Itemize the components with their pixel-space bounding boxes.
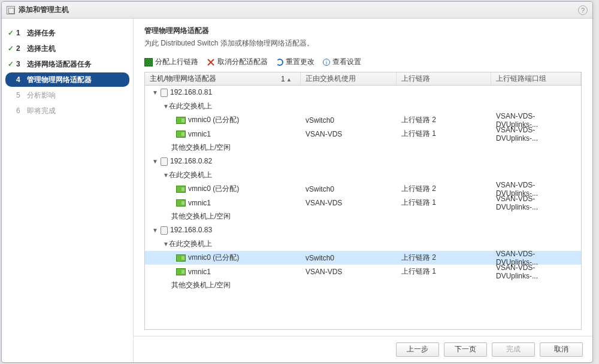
expand-toggle[interactable]: ▼: [152, 158, 158, 165]
view-settings-button[interactable]: 查看设置: [323, 57, 361, 67]
step-label: 分析影响: [27, 90, 56, 101]
page-heading: 管理物理网络适配器: [144, 26, 582, 36]
button-bar: 上一步 下一页 完成 取消: [134, 336, 592, 362]
nic-row[interactable]: vmnic1VSAN-VDS上行链路 1VSAN-VDS-DVUplinks-.…: [145, 127, 581, 141]
info-icon: [323, 59, 330, 66]
col-used-by[interactable]: 正由交换机使用: [301, 72, 397, 85]
step-label: 选择主机: [27, 44, 56, 54]
cancel-icon: [207, 58, 215, 66]
host-row[interactable]: ▼192.168.0.83: [145, 223, 581, 237]
host-icon: [161, 226, 168, 235]
grid-body: ▼192.168.0.81▼在此交换机上vmnic0 (已分配)vSwitch0…: [145, 86, 581, 329]
toolbar: 分配上行链路 取消分配适配器 重置更改 查看设置: [134, 52, 592, 72]
assign-icon: [144, 58, 153, 66]
app-icon: [7, 6, 15, 14]
next-button[interactable]: 下一页: [444, 342, 487, 357]
titlebar: 添加和管理主机 ?: [2, 2, 592, 19]
other-idle-row[interactable]: 其他交换机上/空闲: [145, 278, 581, 292]
expand-toggle[interactable]: ▼: [152, 227, 158, 233]
nic-row[interactable]: vmnic1VSAN-VDS上行链路 1VSAN-VDS-DVUplinks-.…: [145, 265, 581, 278]
assign-label: 分配上行链路: [155, 57, 198, 67]
assign-uplink-button[interactable]: 分配上行链路: [144, 57, 198, 67]
wizard-step-5: 5分析影响: [5, 88, 129, 102]
wizard-step-3[interactable]: ✓3选择网络适配器任务: [5, 57, 129, 71]
step-label: 选择网络适配器任务: [27, 59, 92, 69]
nic-icon: [176, 117, 186, 124]
expand-toggle[interactable]: ▼: [163, 241, 169, 247]
col-host-adapter[interactable]: 主机/物理网络适配器 1 ▲: [145, 72, 301, 85]
host-row[interactable]: ▼192.168.0.82: [145, 154, 581, 168]
nic-icon: [176, 199, 186, 207]
dialog-title: 添加和管理主机: [19, 5, 69, 15]
other-idle-row[interactable]: 其他交换机上/空闲: [145, 141, 581, 154]
unassign-adapter-button[interactable]: 取消分配适配器: [207, 57, 268, 67]
check-icon: ✓: [8, 60, 16, 68]
expand-toggle[interactable]: ▼: [152, 89, 158, 96]
view-label: 查看设置: [332, 57, 361, 67]
back-button[interactable]: 上一步: [396, 342, 439, 357]
finish-button: 完成: [492, 342, 535, 357]
host-icon: [161, 89, 168, 97]
step-label: 即将完成: [27, 106, 56, 116]
grid-header: 主机/物理网络适配器 1 ▲ 正由交换机使用 上行链路 上行链路端口组: [145, 72, 581, 86]
other-idle-row[interactable]: 其他交换机上/空闲: [145, 210, 581, 223]
cancel-button[interactable]: 取消: [540, 342, 583, 357]
sort-indicator: 1 ▲: [281, 75, 292, 83]
nic-icon: [176, 254, 186, 262]
adapter-grid: 主机/物理网络适配器 1 ▲ 正由交换机使用 上行链路 上行链路端口组 ▼192…: [144, 72, 582, 330]
host-icon: [161, 157, 168, 166]
check-icon: ✓: [8, 44, 16, 53]
check-icon: ✓: [8, 29, 16, 37]
wizard-dialog: 添加和管理主机 ? ✓1选择任务✓2选择主机✓3选择网络适配器任务4管理物理网络…: [1, 1, 593, 363]
dialog-body: ✓1选择任务✓2选择主机✓3选择网络适配器任务4管理物理网络适配器5分析影响6即…: [2, 19, 592, 362]
nic-icon: [176, 131, 186, 138]
reset-label: 重置更改: [286, 57, 314, 67]
nic-icon: [176, 268, 186, 275]
host-row[interactable]: ▼192.168.0.81: [145, 86, 581, 99]
nic-row[interactable]: vmnic1VSAN-VDS上行链路 1VSAN-VDS-DVUplinks-.…: [145, 196, 581, 210]
expand-toggle[interactable]: ▼: [163, 103, 169, 110]
unassign-label: 取消分配适配器: [217, 57, 268, 67]
col-uplink[interactable]: 上行链路: [397, 72, 491, 85]
step-label: 管理物理网络适配器: [27, 75, 92, 85]
page-subheading: 为此 Distributed Switch 添加或移除物理网络适配器。: [144, 38, 582, 48]
step-label: 选择任务: [27, 28, 56, 38]
main-panel: 管理物理网络适配器 为此 Distributed Switch 添加或移除物理网…: [134, 19, 592, 362]
reset-changes-button[interactable]: 重置更改: [276, 57, 314, 67]
wizard-steps-sidebar: ✓1选择任务✓2选择主机✓3选择网络适配器任务4管理物理网络适配器5分析影响6即…: [2, 19, 134, 362]
wizard-step-4[interactable]: 4管理物理网络适配器: [5, 72, 129, 87]
reset-icon: [276, 59, 283, 66]
main-header: 管理物理网络适配器 为此 Distributed Switch 添加或移除物理网…: [134, 19, 592, 52]
wizard-step-6: 6即将完成: [5, 104, 129, 118]
nic-icon: [176, 186, 186, 193]
col-uplink-portgroup[interactable]: 上行链路端口组: [491, 72, 581, 85]
help-icon[interactable]: ?: [578, 5, 588, 15]
expand-toggle[interactable]: ▼: [163, 172, 169, 178]
wizard-step-1[interactable]: ✓1选择任务: [5, 26, 129, 40]
wizard-step-2[interactable]: ✓2选择主机: [5, 41, 129, 56]
